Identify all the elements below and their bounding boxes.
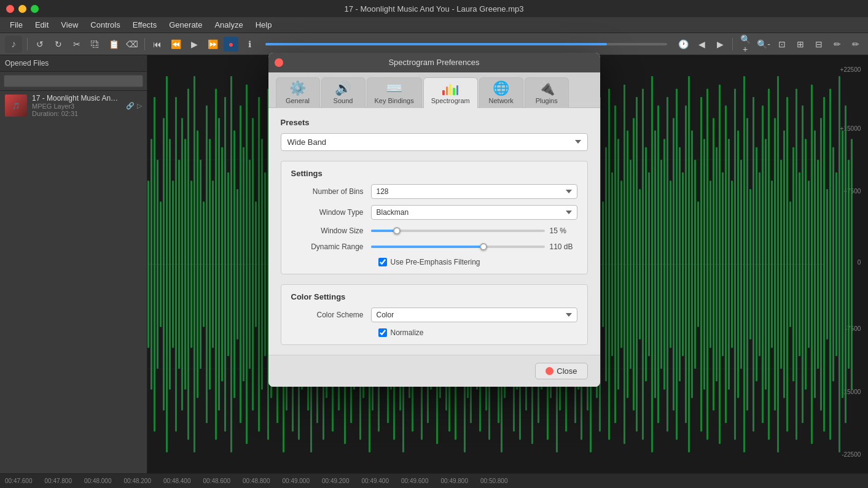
dynamic-range-control: 110 dB: [371, 242, 577, 252]
pre-emphasis-checkbox[interactable]: [378, 258, 387, 266]
window-type-select[interactable]: Hanning Hamming Blackman Bartlett: [371, 205, 577, 220]
network-tab-label: Network: [489, 97, 514, 104]
dynamic-range-label: Dynamic Range: [291, 242, 371, 251]
general-tab-icon: ⚙️: [289, 82, 306, 95]
window-size-control: 15 %: [371, 226, 577, 236]
spectrogram-tab-label: Spectrogram: [431, 97, 470, 104]
plugins-tab-label: Plugins: [536, 97, 558, 104]
general-tab-label: General: [286, 97, 310, 104]
network-tab-icon: 🌐: [493, 82, 509, 95]
dynamic-range-thumb[interactable]: [480, 243, 487, 250]
dialog-tabs: ⚙️ General 🔊 Sound ⌨️ Key Bindings: [268, 72, 600, 108]
number-of-bins-label: Number of Bins: [291, 187, 371, 196]
number-of-bins-select[interactable]: 64 128 256 512: [371, 184, 577, 199]
pre-emphasis-row: Use Pre-Emphasis Filtering: [291, 258, 577, 266]
keybindings-tab-icon: ⌨️: [386, 82, 402, 95]
close-btn-icon: [545, 367, 553, 375]
dynamic-range-value: 110 dB: [550, 242, 577, 251]
close-button[interactable]: Close: [535, 363, 587, 379]
settings-label: Settings: [291, 169, 577, 178]
plugins-tab-icon: 🔌: [538, 82, 555, 95]
dialog-close-x-button[interactable]: [275, 58, 283, 67]
preset-select[interactable]: Wide Band Narrow Band Custom: [281, 133, 588, 151]
tab-sound[interactable]: 🔊 Sound: [321, 77, 366, 108]
window-size-value: 15 %: [550, 227, 577, 235]
window-size-row: Window Size 15 %: [291, 226, 577, 236]
presets-label: Presets: [281, 118, 588, 127]
window-type-row: Window Type Hanning Hamming Blackman Bar…: [291, 205, 577, 220]
dialog-footer: Close: [268, 355, 600, 387]
spectrogram-preferences-dialog: Spectrogram Preferences ⚙️ General 🔊 Sou…: [268, 53, 600, 387]
dynamic-range-slider-container: [371, 242, 545, 252]
dynamic-range-track: [371, 246, 545, 248]
color-scheme-row: Color Scheme Color Grayscale Spectrum: [291, 308, 577, 322]
dynamic-range-row: Dynamic Range 110 dB: [291, 242, 577, 252]
window-size-track: [371, 230, 545, 232]
dialog-content: Presets Wide Band Narrow Band Custom Set…: [268, 108, 600, 355]
keybindings-tab-label: Key Bindings: [375, 97, 414, 104]
dialog-overlay: Spectrogram Preferences ⚙️ General 🔊 Sou…: [0, 0, 868, 488]
normalize-checkbox[interactable]: [378, 328, 387, 337]
color-scheme-label: Color Scheme: [291, 311, 371, 319]
tab-general[interactable]: ⚙️ General: [276, 77, 320, 108]
window-size-label: Window Size: [291, 227, 371, 235]
tab-spectrogram[interactable]: Spectrogram: [423, 77, 478, 108]
window-type-label: Window Type: [291, 208, 371, 217]
window-size-thumb[interactable]: [393, 227, 401, 234]
dynamic-range-fill: [371, 246, 484, 248]
normalize-row: Normalize: [291, 328, 577, 337]
number-of-bins-control: 64 128 256 512: [371, 184, 577, 199]
sound-tab-icon: 🔊: [335, 82, 351, 95]
dialog-title: Spectrogram Preferences: [388, 58, 479, 67]
color-settings-section: Color Settings Color Scheme Color Graysc…: [281, 284, 588, 345]
color-scheme-select[interactable]: Color Grayscale Spectrum: [371, 308, 577, 322]
color-settings-label: Color Settings: [291, 292, 577, 301]
pre-emphasis-label: Use Pre-Emphasis Filtering: [391, 258, 480, 266]
presets-section: Presets Wide Band Narrow Band Custom: [281, 118, 588, 151]
color-scheme-control: Color Grayscale Spectrum: [371, 308, 577, 322]
sound-tab-label: Sound: [334, 97, 353, 104]
normalize-label: Normalize: [391, 328, 424, 337]
dialog-titlebar: Spectrogram Preferences: [268, 53, 600, 72]
window-type-control: Hanning Hamming Blackman Bartlett: [371, 205, 577, 220]
settings-section: Settings Number of Bins 64 128 256 512: [281, 161, 588, 274]
tab-keybindings[interactable]: ⌨️ Key Bindings: [367, 77, 422, 108]
tab-plugins[interactable]: 🔌 Plugins: [525, 77, 569, 108]
number-of-bins-row: Number of Bins 64 128 256 512: [291, 184, 577, 199]
spectrogram-tab-icon: [442, 82, 458, 95]
window-size-slider-container: [371, 226, 545, 236]
tab-network[interactable]: 🌐 Network: [479, 77, 523, 108]
close-button-label: Close: [557, 366, 577, 376]
